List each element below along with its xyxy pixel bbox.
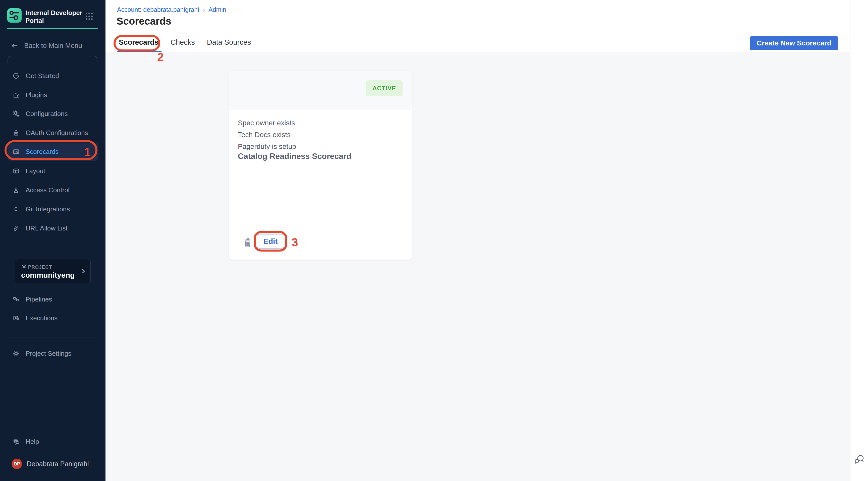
plugins-icon	[12, 91, 20, 99]
sidebar-title: Internal Developer Portal	[25, 9, 83, 25]
access-control-person-icon	[12, 186, 20, 194]
sidebar-item-label: OAuth Configurations	[26, 129, 88, 137]
scorecard-checks: Spec owner exists Tech Docs exists Pager…	[238, 117, 296, 152]
sidebar-item-oauth-configurations[interactable]: OAuth Configurations	[7, 124, 98, 142]
status-badge: ACTIVE	[366, 80, 403, 96]
main-content: Account: debabrata.panigrahi › Admin Sco…	[105, 0, 850, 481]
sidebar-item-label: Project Settings	[26, 350, 71, 357]
project-label: PROJECT	[28, 265, 52, 270]
sidebar-item-label: Access Control	[26, 186, 69, 194]
sidebar-item-get-started[interactable]: Get Started	[7, 67, 98, 85]
breadcrumb: Account: debabrata.panigrahi › Admin	[117, 6, 226, 13]
scorecard-card-header: ACTIVE	[229, 71, 412, 110]
check-item: Pagerduty is setup	[238, 140, 296, 152]
executions-play-icon	[12, 314, 20, 322]
tab-bar: Scorecards Checks Data Sources Create Ne…	[105, 32, 850, 52]
sidebar-item-label: Plugins	[26, 91, 47, 99]
chevron-right-icon	[80, 267, 87, 275]
sidebar-item-git-integrations[interactable]: Git Integrations	[7, 200, 98, 218]
annotation-number-2: 2	[157, 50, 164, 64]
nav-panel-border	[7, 56, 97, 63]
layout-icon	[12, 167, 20, 175]
pipelines-icon	[12, 295, 20, 303]
tab-checks[interactable]: Checks	[170, 32, 195, 52]
project-selector[interactable]: PROJECT communityeng	[15, 259, 91, 283]
sidebar-divider	[7, 246, 97, 246]
configurations-gear-icon	[12, 110, 20, 118]
get-started-icon	[12, 72, 20, 80]
support-chat-button[interactable]	[854, 453, 866, 466]
help-chat-icon: ?	[12, 438, 20, 446]
oauth-lock-icon	[12, 129, 20, 137]
sidebar-item-layout[interactable]: Layout	[7, 162, 98, 180]
breadcrumb-separator-icon: ›	[203, 6, 205, 13]
svg-text:?: ?	[15, 439, 16, 442]
breadcrumb-admin-link[interactable]: Admin	[209, 6, 226, 13]
sidebar-item-label: Configurations	[26, 110, 68, 118]
sidebar-item-help[interactable]: ? Help	[7, 432, 98, 451]
trash-icon	[243, 237, 252, 248]
app-window: Internal Developer Portal Back to Main M…	[0, 0, 868, 481]
app-grid-icon[interactable]	[85, 12, 93, 21]
check-item: Tech Docs exists	[238, 129, 296, 140]
scorecard-card: ACTIVE Catalog Readiness Scorecard Spec …	[229, 71, 412, 260]
sidebar-item-configurations[interactable]: Configurations	[7, 105, 98, 123]
sidebar-item-scorecards[interactable]: Scorecards	[7, 142, 98, 161]
back-to-main-menu[interactable]: Back to Main Menu	[7, 40, 98, 51]
tab-scorecards[interactable]: Scorecards	[119, 32, 158, 52]
scorecards-icon	[12, 148, 20, 156]
sidebar-item-url-allow-list[interactable]: URL Allow List	[7, 219, 98, 237]
check-item: Spec owner exists	[238, 117, 296, 129]
breadcrumb-account-link[interactable]: Account: debabrata.panigrahi	[117, 6, 199, 13]
delete-scorecard-button[interactable]	[243, 237, 252, 248]
sidebar-divider	[7, 337, 97, 338]
sidebar-item-label: Help	[26, 438, 39, 446]
idp-logo	[7, 8, 22, 23]
sidebar-item-project-settings[interactable]: Project Settings	[7, 345, 98, 362]
sidebar-item-pipelines[interactable]: Pipelines	[7, 290, 98, 308]
user-menu[interactable]: DP Debabrata Panigrahi	[7, 456, 98, 472]
create-new-scorecard-button[interactable]: Create New Scorecard	[750, 36, 838, 50]
sidebar-item-executions[interactable]: Executions	[7, 309, 98, 327]
sidebar-item-label: URL Allow List	[26, 224, 68, 232]
accent-divider	[7, 28, 98, 29]
sidebar-item-label: Scorecards	[26, 148, 59, 156]
tab-data-sources[interactable]: Data Sources	[207, 32, 251, 52]
right-side-rail	[850, 0, 868, 481]
sliders-logo-icon	[7, 8, 22, 23]
sidebar: Internal Developer Portal Back to Main M…	[0, 0, 105, 481]
sidebar-item-label: Pipelines	[26, 295, 52, 303]
back-arrow-icon	[10, 42, 19, 50]
page-title: Scorecards	[117, 15, 171, 27]
sidebar-item-label: Executions	[26, 314, 58, 322]
sidebar-item-label: Get Started	[26, 72, 59, 80]
chat-bubbles-icon	[854, 453, 866, 466]
page-header: Account: debabrata.panigrahi › Admin Sco…	[105, 0, 850, 32]
edit-button[interactable]: Edit	[257, 234, 284, 249]
settings-gear-icon	[12, 349, 20, 357]
annotation-number-3: 3	[291, 235, 298, 249]
git-branch-icon	[12, 205, 20, 213]
project-name: communityeng	[21, 271, 74, 280]
scorecard-title: Catalog Readiness Scorecard	[238, 152, 351, 161]
sidebar-item-access-control[interactable]: Access Control	[7, 181, 98, 199]
url-link-icon	[12, 224, 20, 232]
sidebar-item-label: Layout	[26, 167, 45, 175]
back-to-main-menu-label: Back to Main Menu	[24, 42, 82, 50]
sidebar-item-label: Git Integrations	[26, 205, 70, 213]
user-name: Debabrata Panigrahi	[27, 460, 89, 468]
layers-icon	[21, 264, 27, 270]
avatar: DP	[11, 459, 22, 469]
sidebar-divider	[7, 425, 97, 425]
sidebar-item-plugins[interactable]: Plugins	[7, 86, 98, 104]
